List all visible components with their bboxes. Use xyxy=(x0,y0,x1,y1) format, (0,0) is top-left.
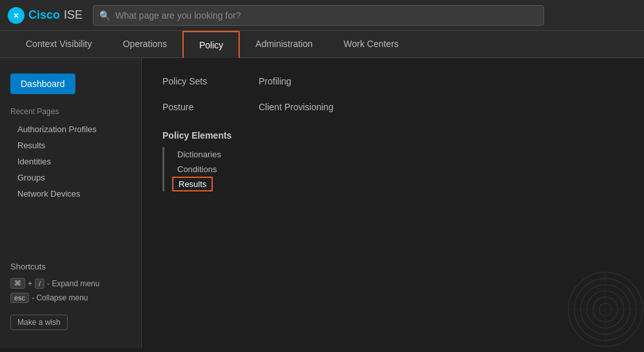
shortcut-key-cmd: ⌘ xyxy=(10,278,25,289)
tab-policy[interactable]: Policy xyxy=(182,31,240,58)
content-posture[interactable]: Posture xyxy=(162,99,207,115)
policy-elements-sub-links: Dictionaries Conditions Results xyxy=(162,147,623,191)
search-input[interactable] xyxy=(93,5,544,26)
sidebar-bottom: Shortcuts ⌘ + / - Expand menu esc - Coll… xyxy=(0,254,141,338)
search-bar: 🔍 xyxy=(93,5,544,26)
fingerprint-watermark xyxy=(567,271,644,348)
tab-work-centers[interactable]: Work Centers xyxy=(328,31,414,57)
nav-tabs: Context Visibility Operations Policy Adm… xyxy=(0,31,644,58)
shortcut-expand: ⌘ + / - Expand menu xyxy=(10,278,131,289)
search-icon: 🔍 xyxy=(99,10,110,21)
sidebar-item-authorization-profiles[interactable]: Authorization Profiles xyxy=(0,121,141,137)
shortcuts-title: Shortcuts xyxy=(10,262,131,271)
shortcut-key-slash: / xyxy=(35,279,44,289)
content-profiling[interactable]: Profiling xyxy=(259,73,333,89)
policy-elements-section: Policy Elements Dictionaries Conditions … xyxy=(162,130,623,191)
dashboard-button[interactable]: Dashboard xyxy=(10,73,75,94)
cisco-x-icon: × xyxy=(8,7,24,24)
shortcut-key-esc: esc xyxy=(10,293,29,303)
sidebar-item-identities[interactable]: Identities xyxy=(0,153,141,170)
tab-operations[interactable]: Operations xyxy=(107,31,182,57)
sidebar-item-network-devices[interactable]: Network Devices xyxy=(0,186,141,202)
content-policy-sets[interactable]: Policy Sets xyxy=(162,73,207,89)
sidebar-top: Dashboard Recent Pages Authorization Pro… xyxy=(0,68,141,202)
shortcut-plus: + xyxy=(28,279,32,288)
shortcut-collapse: esc - Collapse menu xyxy=(10,293,131,303)
shortcut-collapse-label: - Collapse menu xyxy=(32,293,88,302)
make-wish-button[interactable]: Make a wish xyxy=(10,315,68,330)
header: × Cisco ISE 🔍 xyxy=(0,0,644,31)
content-client-provisioning[interactable]: Client Provisioning xyxy=(259,99,333,115)
tab-administration[interactable]: Administration xyxy=(240,31,328,57)
main-layout: Dashboard Recent Pages Authorization Pro… xyxy=(0,58,644,348)
tab-context-visibility[interactable]: Context Visibility xyxy=(10,31,107,57)
policy-elements-label: Policy Elements xyxy=(162,130,623,141)
sidebar-item-results[interactable]: Results xyxy=(0,137,141,153)
sub-link-conditions[interactable]: Conditions xyxy=(172,162,623,177)
sub-link-dictionaries[interactable]: Dictionaries xyxy=(172,147,623,162)
content-area: Policy Sets Posture Profiling Client Pro… xyxy=(142,58,644,348)
cisco-logo: × Cisco ISE xyxy=(8,7,83,24)
cisco-brand: Cisco xyxy=(28,8,60,22)
cisco-product: ISE xyxy=(64,8,83,22)
sub-link-results[interactable]: Results xyxy=(172,177,213,191)
sidebar-item-groups[interactable]: Groups xyxy=(0,170,141,186)
sidebar: Dashboard Recent Pages Authorization Pro… xyxy=(0,58,142,348)
shortcut-expand-label: - Expand menu xyxy=(47,279,99,288)
recent-pages-label: Recent Pages xyxy=(0,104,141,121)
